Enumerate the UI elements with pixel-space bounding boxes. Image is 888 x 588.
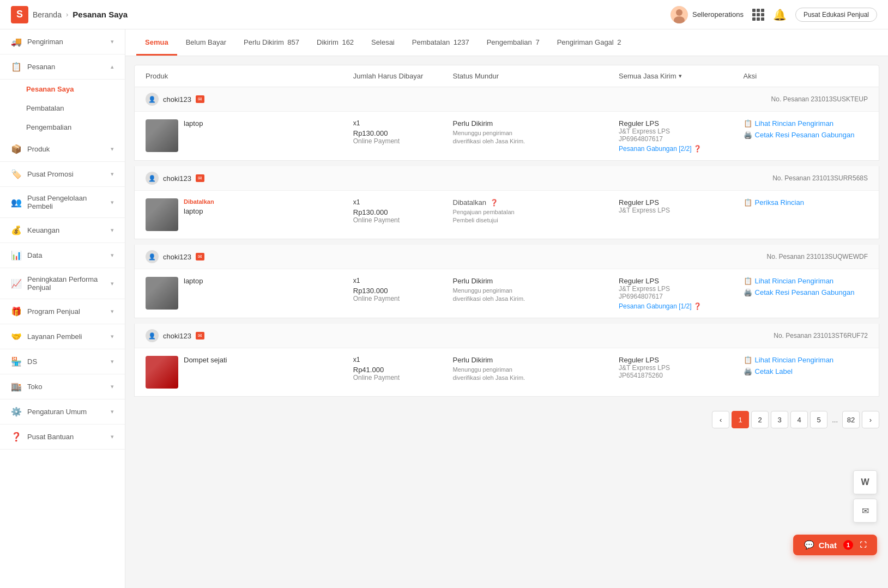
sidebar-item-pusat-bantuan[interactable]: ❓ Pusat Bantuan ▾ [0, 425, 125, 450]
action-label-2: Cetak Resi Pesanan Gabungan [755, 131, 855, 139]
ds-icon: 🏪 [11, 356, 22, 367]
order-status-1: Perlu Dikirim [453, 119, 536, 128]
sidebar-item-pengaturan[interactable]: ⚙️ Pengaturan Umum ▾ [0, 399, 125, 425]
sidebar-item-data[interactable]: 📊 Data ▾ [0, 243, 125, 268]
pagination-page-4[interactable]: 4 [790, 411, 808, 428]
apps-icon[interactable] [752, 9, 764, 21]
col-header-shipping[interactable]: Semua Jasa Kirim ▾ [619, 72, 743, 80]
sidebar: 🚚 Pengiriman ▾ 📋 Pesanan ▴ Pesanan Saya … [0, 29, 125, 588]
sidebar-item-pesanan[interactable]: 📋 Pesanan ▴ [0, 54, 125, 80]
user-avatar-small: 👤 [146, 172, 159, 185]
orders-container: Produk Jumlah Harus Dibayar Status Mundu… [125, 56, 888, 446]
action-col-2: 📋 Periksa Rincian [744, 198, 868, 207]
pagination-page-82[interactable]: 82 [842, 411, 860, 428]
order-price-3: Rp130.000 [353, 287, 453, 295]
shipping-tracking-1: JP6964807617 [619, 135, 743, 143]
breadcrumb-current: Pesanan Saya [73, 10, 128, 19]
action-link-shipping-detail-3[interactable]: 📋 Lihat Rincian Pengiriman [744, 277, 868, 285]
sidebar-item-pembatalan[interactable]: Pembatalan [0, 99, 125, 118]
chat-badge-3: ✉ [196, 253, 204, 260]
sidebar-item-ds[interactable]: 🏪 DS ▾ [0, 349, 125, 374]
pagination-page-3[interactable]: 3 [771, 411, 788, 428]
tab-semua[interactable]: Semua [136, 29, 177, 56]
table-header: Produk Jumlah Harus Dibayar Status Mundu… [134, 65, 879, 87]
action-link-shipping-detail-1[interactable]: 📋 Lihat Rincian Pengiriman [744, 119, 868, 128]
order-status-desc-2: Pengajuan pembatalan Pembeli disetujui [453, 208, 536, 225]
action-link-check-detail-2[interactable]: 📋 Periksa Rincian [744, 198, 868, 207]
chevron-down-icon: ▾ [111, 227, 114, 234]
header-right: Selleroperations 🔔 Pusat Edukasi Penjual [670, 6, 877, 23]
sidebar-item-peningkatan[interactable]: 📈 Peningkatan Performa Penjual ▾ [0, 268, 125, 299]
logo-icon: S [11, 6, 28, 23]
program-icon: 🎁 [11, 306, 22, 317]
sidebar-item-toko[interactable]: 🏬 Toko ▾ [0, 374, 125, 399]
status-col-2: Dibatalkan ❓ Pengajuan pembatalan Pembel… [453, 198, 536, 225]
sidebar-item-pengiriman[interactable]: 🚚 Pengiriman ▾ [0, 29, 125, 54]
order-header-3: 👤 choki123 ✉ No. Pesanan 231013SUQWEWDF [135, 245, 879, 269]
chevron-up-icon: ▴ [111, 63, 114, 70]
tab-dikirim-label: Dikirim [317, 38, 339, 46]
order-header-2: 👤 choki123 ✉ No. Pesanan 231013SURR568S [135, 166, 879, 191]
tab-pengiriman-gagal[interactable]: Pengiriman Gagal 2 [548, 29, 630, 56]
tab-selesai[interactable]: Selesai [363, 29, 403, 56]
pagination-next[interactable]: › [862, 411, 879, 428]
pagination-page-5[interactable]: 5 [810, 411, 827, 428]
chevron-down-icon: ▾ [111, 171, 114, 178]
sidebar-item-program-penjual[interactable]: 🎁 Program Penjual ▾ [0, 299, 125, 324]
w-icon: W [861, 477, 869, 487]
tab-pengembalian[interactable]: Pengembalian 7 [478, 29, 548, 56]
mail-icon: ✉ [862, 506, 869, 516]
combined-order-3[interactable]: Pesanan Gabungan [1/2] ❓ [619, 302, 743, 310]
tab-dikirim[interactable]: Dikirim 162 [308, 29, 363, 56]
order-row-3: laptop x1 Rp130.000 Online Payment Perlu… [135, 269, 879, 318]
tab-pengiriman-gagal-count: 2 [617, 38, 621, 46]
col-header-status: Status Mundur [453, 72, 536, 80]
action-link-print-receipt-3[interactable]: 🖨️ Cetak Resi Pesanan Gabungan [744, 288, 868, 296]
pagination-page-1[interactable]: 1 [732, 411, 749, 428]
order-number-2: No. Pesanan 231013SURR568S [772, 174, 868, 182]
chat-badge-4: ✉ [196, 332, 204, 340]
combined-order-link-3[interactable]: Pesanan Gabungan [1/2] [619, 302, 691, 310]
combined-order-1[interactable]: Pesanan Gabungan [2/2] ❓ [619, 145, 743, 153]
combined-order-link-1[interactable]: Pesanan Gabungan [2/2] [619, 145, 691, 153]
float-btn-mail[interactable]: ✉ [853, 499, 877, 523]
sidebar-item-pusat-promosi[interactable]: 🏷️ Pusat Promosi ▾ [0, 162, 125, 187]
order-cards-group-1: 👤 choki123 ✉ No. Pesanan 231013SUSKTEUP [134, 87, 879, 161]
float-btn-w[interactable]: W [853, 470, 877, 494]
edu-center-button[interactable]: Pusat Edukasi Penjual [795, 8, 877, 22]
tab-belum-bayar[interactable]: Belum Bayar [177, 29, 235, 56]
sidebar-item-produk[interactable]: 📦 Produk ▾ [0, 137, 125, 162]
tab-perlu-dikirim[interactable]: Perlu Dikirim 857 [235, 29, 308, 56]
table-row: 👤 choki123 ✉ No. Pesanan 231013SUQWEWDF [134, 245, 879, 318]
action-link-shipping-detail-4[interactable]: 📋 Lihat Rincian Pengiriman [744, 356, 868, 364]
tabs-bar: Semua Belum Bayar Perlu Dikirim 857 Diki… [125, 29, 888, 56]
sidebar-label-ds: DS [27, 357, 37, 366]
chevron-down-icon: ▾ [111, 146, 114, 153]
shipping-col-1: Reguler LPS J&T Express LPS JP6964807617… [619, 119, 743, 153]
chat-button[interactable]: 💬 Chat 1 ⛶ [793, 535, 877, 555]
action-link-print-receipt-1[interactable]: 🖨️ Cetak Resi Pesanan Gabungan [744, 131, 868, 139]
tab-pembatalan[interactable]: Pembatalan 1237 [403, 29, 478, 56]
chevron-down-icon: ▾ [111, 433, 114, 440]
action-link-print-label-4[interactable]: 🖨️ Cetak Label [744, 367, 868, 375]
chevron-down-icon: ▾ [679, 72, 682, 80]
col-header-amount: Jumlah Harus Dibayar [353, 72, 453, 80]
pagination-prev[interactable]: ‹ [712, 411, 729, 428]
sidebar-item-pesanan-saya[interactable]: Pesanan Saya [0, 80, 125, 99]
chevron-down-icon: ▾ [111, 280, 114, 287]
tab-pengiriman-gagal-label: Pengiriman Gagal [557, 38, 614, 46]
chat-badge-1: ✉ [196, 95, 204, 103]
sidebar-item-layanan-pembeli[interactable]: 🤝 Layanan Pembeli ▾ [0, 324, 125, 349]
tab-pengembalian-count: 7 [535, 38, 539, 46]
breadcrumb-home[interactable]: Beranda [33, 10, 62, 19]
pagination-page-2[interactable]: 2 [751, 411, 769, 428]
tab-selesai-label: Selesai [371, 38, 395, 46]
sidebar-item-pengembalian[interactable]: Pengembalian [0, 118, 125, 137]
document-icon: 📋 [744, 356, 752, 364]
order-qty-1: x1 [353, 119, 453, 127]
order-status-desc-4: Menunggu pengiriman diverifikasi oleh Ja… [453, 366, 536, 383]
sidebar-item-keuangan[interactable]: 💰 Keuangan ▾ [0, 218, 125, 243]
notification-icon[interactable]: 🔔 [773, 8, 787, 21]
peningkatan-icon: 📈 [11, 278, 22, 289]
sidebar-item-pengelolaan-pembeli[interactable]: 👥 Pusat Pengelolaan Pembeli ▾ [0, 187, 125, 218]
